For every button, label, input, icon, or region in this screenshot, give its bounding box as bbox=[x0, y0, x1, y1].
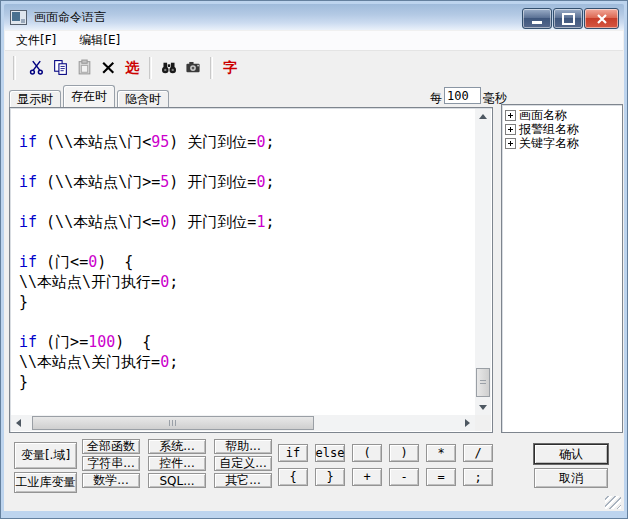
find-button[interactable] bbox=[157, 56, 181, 80]
operator-button[interactable]: - bbox=[389, 468, 419, 486]
operator-button[interactable]: ; bbox=[463, 468, 493, 486]
menu-file[interactable]: 文件[F] bbox=[14, 31, 58, 50]
code-text: ; bbox=[169, 273, 178, 291]
tree-item[interactable]: 关键字名称 bbox=[504, 136, 620, 150]
scroll-down-button[interactable] bbox=[475, 400, 491, 415]
app-icon bbox=[10, 10, 27, 25]
function-button[interactable]: 其它... bbox=[214, 473, 272, 488]
code-text: (\\本站点\门<= bbox=[37, 213, 160, 231]
function-button[interactable]: 系统... bbox=[148, 439, 206, 454]
scroll-up-button[interactable] bbox=[475, 109, 491, 124]
function-button[interactable]: 全部函数 bbox=[82, 439, 140, 454]
arrow-up-icon bbox=[479, 114, 487, 119]
code-line bbox=[19, 152, 475, 172]
operator-button[interactable]: ) bbox=[389, 444, 419, 462]
function-button[interactable]: 字符串... bbox=[82, 456, 140, 471]
interval-input[interactable] bbox=[444, 87, 481, 104]
tab-on-show[interactable]: 显示时 bbox=[9, 90, 61, 107]
font-button[interactable]: 字 bbox=[218, 56, 242, 80]
script-editor: if (\\本站点\门<95) 关门到位=0; if (\\本站点\门>=5) … bbox=[9, 107, 493, 433]
toolbar-band-divider bbox=[13, 56, 16, 80]
vertical-scrollbar[interactable] bbox=[475, 109, 491, 415]
code-line: if (门<=0) { bbox=[19, 252, 475, 272]
paste-icon bbox=[76, 59, 93, 76]
code-text: (\\本站点\门< bbox=[37, 133, 151, 151]
code-line: } bbox=[19, 292, 475, 312]
delete-button[interactable] bbox=[96, 56, 120, 80]
tree-item-label[interactable]: 关键字名称 bbox=[519, 135, 579, 152]
operator-button-grid: ifelse()*/{}+-=; bbox=[278, 444, 493, 486]
horizontal-scrollbar[interactable] bbox=[11, 415, 475, 431]
code-text: ) 关门到位= bbox=[169, 133, 256, 151]
code-text: (门<= bbox=[37, 253, 88, 271]
minimize-button[interactable] bbox=[522, 8, 552, 29]
code-number: 0 bbox=[88, 253, 97, 271]
ok-button[interactable]: 确认 bbox=[534, 444, 608, 464]
camera-icon bbox=[184, 59, 202, 76]
maximize-icon bbox=[562, 13, 575, 25]
maximize-button[interactable] bbox=[553, 8, 583, 29]
code-line: if (\\本站点\门<=0) 开门到位=1; bbox=[19, 212, 475, 232]
tab-while-exists[interactable]: 存在时 bbox=[63, 85, 115, 107]
industrial-library-variable-button[interactable]: 工业库变量 bbox=[14, 472, 77, 493]
toolbar: 选 字 bbox=[5, 51, 623, 84]
scroll-left-button[interactable] bbox=[11, 415, 26, 431]
code-line: \\本站点\开门执行=0; bbox=[19, 272, 475, 292]
tree-expand-icon[interactable] bbox=[505, 138, 516, 149]
window-title: 画面命令语言 bbox=[34, 9, 106, 26]
operator-button[interactable]: { bbox=[278, 468, 308, 486]
cut-icon bbox=[28, 59, 45, 76]
function-button[interactable]: 帮助... bbox=[214, 439, 272, 454]
find-binoculars-icon bbox=[160, 59, 178, 76]
code-line bbox=[19, 192, 475, 212]
code-line bbox=[19, 312, 475, 332]
code-number: 0 bbox=[160, 213, 169, 231]
operator-button[interactable]: if bbox=[278, 444, 308, 462]
operator-button[interactable]: / bbox=[463, 444, 493, 462]
vertical-scroll-thumb[interactable] bbox=[476, 368, 490, 397]
operator-button[interactable]: * bbox=[426, 444, 456, 462]
arrow-down-icon bbox=[479, 405, 487, 410]
cancel-button[interactable]: 取消 bbox=[534, 468, 608, 488]
code-text: \\本站点\开门执行= bbox=[19, 273, 160, 291]
code-line: } bbox=[19, 372, 475, 392]
screen-command-language-window: 画面命令语言 文件[F] 编辑[E] bbox=[0, 0, 628, 519]
tree-expand-icon[interactable] bbox=[505, 124, 516, 135]
operator-button[interactable]: else bbox=[315, 444, 345, 462]
variable-field-button[interactable]: 变量[.域] bbox=[14, 442, 77, 469]
function-button[interactable]: 控件... bbox=[148, 456, 206, 471]
tab-on-hide[interactable]: 隐含时 bbox=[117, 90, 169, 107]
operator-button[interactable]: ( bbox=[352, 444, 382, 462]
tree-expand-icon[interactable] bbox=[505, 110, 516, 121]
code-text: (门>= bbox=[37, 333, 88, 351]
paste-button[interactable] bbox=[72, 56, 96, 80]
copy-button[interactable] bbox=[48, 56, 72, 80]
names-tree: 画面名称报警组名称关键字名称 bbox=[501, 104, 623, 433]
code-text: ) 开门到位= bbox=[169, 173, 256, 191]
horizontal-scroll-thumb[interactable] bbox=[32, 416, 314, 430]
select-text-button[interactable]: 选 bbox=[120, 56, 144, 80]
code-text: ) { bbox=[97, 253, 133, 271]
code-keyword: if bbox=[19, 133, 37, 151]
operator-button[interactable]: + bbox=[352, 468, 382, 486]
code-line: \\本站点\关门执行=0; bbox=[19, 352, 475, 372]
function-button[interactable]: 自定义... bbox=[214, 456, 272, 471]
code-content[interactable]: if (\\本站点\门<95) 关门到位=0; if (\\本站点\门>=5) … bbox=[12, 110, 475, 415]
resize-grip[interactable] bbox=[605, 496, 621, 509]
code-keyword: if bbox=[19, 253, 37, 271]
code-text: ) 开门到位= bbox=[169, 213, 256, 231]
code-line: if (\\本站点\门<95) 关门到位=0; bbox=[19, 132, 475, 152]
code-text: (\\本站点\门>= bbox=[37, 173, 160, 191]
scroll-right-button[interactable] bbox=[460, 415, 475, 431]
trigger-tabs: 显示时 存在时 隐含时 bbox=[9, 85, 171, 107]
toolbar-separator bbox=[210, 57, 213, 79]
function-button[interactable]: SQL... bbox=[148, 473, 206, 488]
cut-button[interactable] bbox=[24, 56, 48, 80]
function-button[interactable]: 数学... bbox=[82, 473, 140, 488]
menu-edit[interactable]: 编辑[E] bbox=[77, 31, 122, 50]
operator-button[interactable]: = bbox=[426, 468, 456, 486]
operator-button[interactable]: } bbox=[315, 468, 345, 486]
code-number: 100 bbox=[88, 333, 115, 351]
close-button[interactable] bbox=[584, 8, 619, 29]
snapshot-button[interactable] bbox=[181, 56, 205, 80]
